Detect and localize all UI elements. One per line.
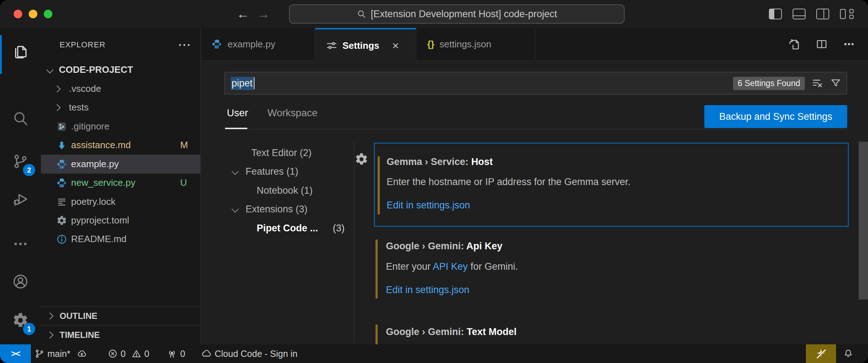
file-label: assistance.md <box>71 140 131 151</box>
tree-item-assistance-md[interactable]: assistance.md M <box>41 136 200 155</box>
edit-in-settings-json-link[interactable]: Edit in settings.json <box>387 200 470 211</box>
accounts-icon[interactable] <box>0 262 41 301</box>
settings-badge: 1 <box>23 323 35 335</box>
tree-root-code-project[interactable]: CODE-PROJECT <box>41 60 200 79</box>
ports-status-item[interactable]: 0 <box>167 344 185 363</box>
explorer-actions-icon[interactable] <box>179 44 190 46</box>
command-center-search[interactable]: [Extension Development Host] code-projec… <box>289 4 625 24</box>
timeline-section-header[interactable]: TIMELINE <box>41 325 200 344</box>
vertical-scrollbar[interactable] <box>859 142 868 300</box>
api-key-link[interactable]: API Key <box>433 261 468 272</box>
navigate-back-icon[interactable]: ← <box>235 6 251 22</box>
toc-notebook[interactable]: Notebook (1) <box>257 181 313 200</box>
git-untracked-badge: U <box>180 177 187 188</box>
root-folder-label: CODE-PROJECT <box>59 64 133 75</box>
file-label: README.md <box>71 234 127 245</box>
settings-editor: pipet 6 Settings Found User Workspace Ba… <box>201 61 868 344</box>
python-file-icon <box>56 159 67 170</box>
toc-features[interactable]: Features (1) <box>233 162 298 181</box>
close-tab-icon[interactable]: × <box>392 39 399 52</box>
modified-indicator-bar <box>375 325 378 344</box>
branch-status-item[interactable]: main* <box>34 344 87 363</box>
text-caret <box>254 77 255 89</box>
tab-label: example.py <box>228 39 275 50</box>
traffic-lights <box>14 10 52 18</box>
setting-row-gear-icon[interactable] <box>355 152 368 168</box>
search-controls: 6 Settings Found <box>733 72 841 94</box>
maximize-window-button[interactable] <box>44 10 52 18</box>
edit-in-settings-json-link[interactable]: Edit in settings.json <box>386 284 470 296</box>
problems-status-item[interactable]: 0 0 <box>108 344 149 363</box>
tab-settings-json[interactable]: {} settings.json <box>416 28 536 60</box>
toggle-primary-sidebar-icon[interactable] <box>769 9 782 19</box>
active-scope-underline <box>225 128 247 129</box>
toc-text-editor[interactable]: Text Editor (2) <box>251 143 312 162</box>
run-debug-view-icon[interactable] <box>0 179 41 219</box>
additional-views-icon[interactable] <box>0 224 41 264</box>
toc-label: Pipet Code ... <box>257 223 318 234</box>
minimize-window-button[interactable] <box>29 10 37 18</box>
toggle-panel-icon[interactable] <box>793 9 806 19</box>
setting-item-gemma-service-host[interactable]: Gemma › Service: Host Enter the hostname… <box>374 143 849 227</box>
explorer-header: EXPLORER <box>41 36 200 54</box>
tree-item-tests[interactable]: tests <box>41 98 200 117</box>
remote-indicator[interactable]: >< <box>0 344 31 363</box>
file-label: poetry.lock <box>71 196 116 207</box>
setting-category: Gemma › Service: <box>387 156 471 167</box>
toc-splitter[interactable] <box>354 142 354 344</box>
backup-sync-settings-button[interactable]: Backup and Sync Settings <box>704 105 847 128</box>
bell-icon <box>843 348 854 359</box>
ai-assist-status-toggle[interactable] <box>806 344 836 363</box>
info-file-icon <box>56 234 67 245</box>
setting-name: Host <box>471 156 493 167</box>
notifications-status-item[interactable] <box>843 344 854 363</box>
layout-controls <box>769 0 854 28</box>
scope-tab-workspace[interactable]: Workspace <box>267 107 318 119</box>
files-icon <box>12 43 29 60</box>
more-actions-icon[interactable] <box>843 38 855 50</box>
scope-divider <box>224 129 847 129</box>
split-editor-icon[interactable] <box>816 38 828 50</box>
outline-section-header[interactable]: OUTLINE <box>41 306 200 325</box>
modified-indicator-bar <box>378 156 380 214</box>
tree-item-readme-md[interactable]: README.md <box>41 230 200 249</box>
tree-item-new-service-py[interactable]: new_service.py U <box>41 173 200 192</box>
toc-count: (3) <box>296 204 308 215</box>
tab-label: Settings <box>342 40 379 51</box>
manage-settings-gear-icon[interactable]: 1 <box>0 301 41 340</box>
tree-item-pyproject-toml[interactable]: pyproject.toml <box>41 211 200 230</box>
active-view-indicator <box>0 35 2 74</box>
toc-label: Extensions <box>246 204 293 215</box>
open-settings-json-icon[interactable] <box>788 38 801 51</box>
clear-search-filters-icon[interactable] <box>811 77 823 89</box>
title-bar: ← → [Extension Development Host] code-pr… <box>0 0 868 28</box>
source-control-view-icon[interactable]: 2 <box>0 142 41 181</box>
broadcast-icon <box>167 348 177 359</box>
tree-item-example-py[interactable]: example.py <box>41 155 200 174</box>
scope-tab-user[interactable]: User <box>227 107 248 119</box>
tree-item-poetry-lock[interactable]: poetry.lock <box>41 192 200 211</box>
file-label: .vscode <box>69 83 101 94</box>
settings-search-input[interactable]: pipet 6 Settings Found <box>224 72 847 95</box>
close-window-button[interactable] <box>14 10 22 18</box>
toggle-secondary-sidebar-icon[interactable] <box>816 9 829 19</box>
filter-funnel-icon[interactable] <box>830 77 841 89</box>
explorer-view-icon[interactable] <box>0 32 41 71</box>
tree-item-vscode[interactable]: .vscode <box>41 79 200 98</box>
search-view-icon[interactable] <box>0 99 41 138</box>
tab-settings[interactable]: Settings × <box>315 28 416 62</box>
cloud-code-status-item[interactable]: Cloud Code - Sign in <box>201 344 298 363</box>
toc-pipet-code[interactable]: Pipet Code ... (3) <box>257 219 352 237</box>
settings-sliders-icon <box>326 40 337 51</box>
search-icon <box>12 110 29 127</box>
file-label: tests <box>69 102 89 113</box>
customize-layout-icon[interactable] <box>840 8 854 20</box>
navigate-forward-icon[interactable]: → <box>256 6 271 22</box>
window-title: [Extension Development Host] code-projec… <box>371 9 557 20</box>
vscode-window: ← → [Extension Development Host] code-pr… <box>0 0 868 363</box>
lock-list-file-icon <box>56 196 67 208</box>
run-and-debug-icon <box>12 191 29 207</box>
tab-example-py[interactable]: example.py <box>201 28 315 60</box>
toc-extensions[interactable]: Extensions (3) <box>233 200 308 218</box>
tree-item-gitignore[interactable]: .gitignore <box>41 117 200 136</box>
